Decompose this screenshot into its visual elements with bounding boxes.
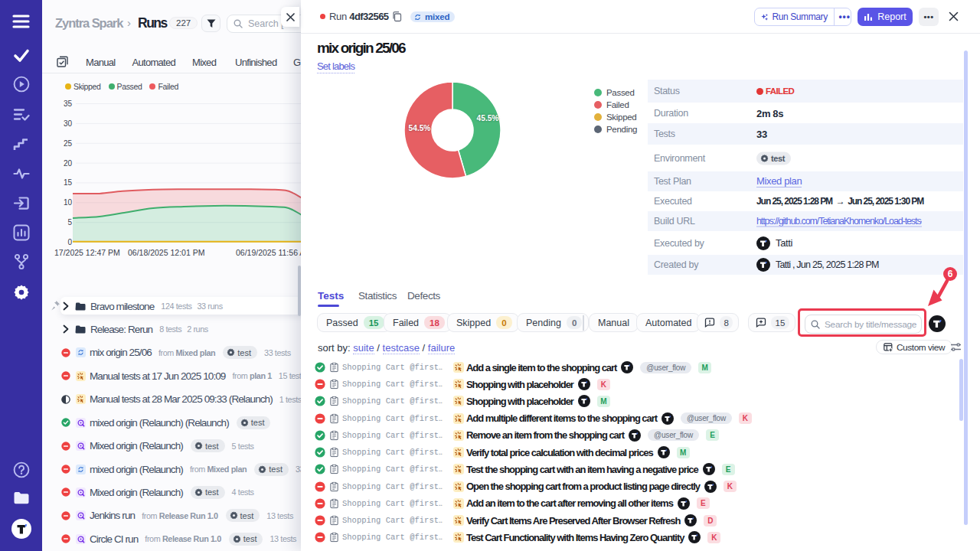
svg-text:20: 20 [64,159,73,168]
svg-text:54.5%: 54.5% [409,124,431,132]
svg-text:45.5%: 45.5% [477,114,499,122]
svg-text:35: 35 [64,99,73,108]
svg-text:0: 0 [67,238,72,246]
svg-text:10: 10 [64,198,73,207]
svg-text:15: 15 [64,178,73,187]
svg-text:30: 30 [64,119,73,128]
svg-text:25: 25 [64,139,73,148]
svg-text:5: 5 [67,218,72,227]
